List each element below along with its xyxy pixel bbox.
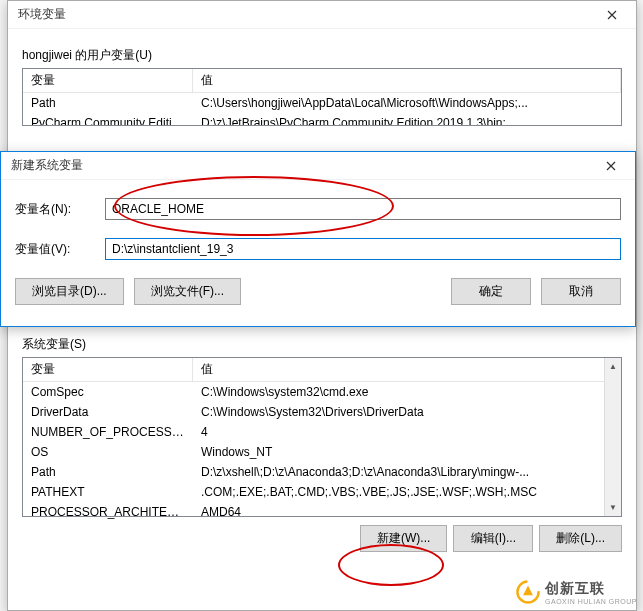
titlebar: 新建系统变量 [1,152,635,180]
scroll-up-icon[interactable]: ▲ [605,358,621,375]
watermark: 创新互联 GAOXIN HULIAN GROUP [515,579,637,605]
scroll-down-icon[interactable]: ▼ [605,499,621,516]
new-button[interactable]: 新建(W)... [360,525,447,552]
ok-button[interactable]: 确定 [451,278,531,305]
table-row[interactable]: ComSpecC:\Windows\system32\cmd.exe [23,382,621,402]
variable-name-row: 变量名(N): [15,198,621,220]
watermark-subtext: GAOXIN HULIAN GROUP [545,598,637,605]
titlebar: 环境变量 [8,1,636,29]
table-header: 变量 值 [23,69,621,93]
cancel-button[interactable]: 取消 [541,278,621,305]
edit-button[interactable]: 编辑(I)... [453,525,533,552]
table-row[interactable]: PROCESSOR_ARCHITECT...AMD64 [23,502,621,522]
col-variable: 变量 [23,69,193,93]
user-vars-label: hongjiwei 的用户变量(U) [22,47,636,64]
delete-button[interactable]: 删除(L)... [539,525,622,552]
sys-vars-table[interactable]: 变量 值 ComSpecC:\Windows\system32\cmd.exeD… [22,357,622,517]
table-row[interactable]: DriverDataC:\Windows\System32\Drivers\Dr… [23,402,621,422]
browse-file-button[interactable]: 浏览文件(F)... [134,278,241,305]
variable-name-label: 变量名(N): [15,201,105,218]
variable-value-input[interactable] [105,238,621,260]
svg-marker-1 [523,586,533,596]
new-system-variable-dialog: 新建系统变量 变量名(N): 变量值(V): 浏览目录(D)... 浏览文件(F… [0,151,636,327]
table-row[interactable]: PathD:\z\xshell\;D:\z\Anaconda3;D:\z\Ana… [23,462,621,482]
close-icon [607,10,617,20]
table-row[interactable]: Path C:\Users\hongjiwei\AppData\Local\Mi… [23,93,621,113]
watermark-logo-icon [515,579,541,605]
user-vars-table[interactable]: 变量 值 Path C:\Users\hongjiwei\AppData\Loc… [22,68,622,126]
table-row[interactable]: OSWindows_NT [23,442,621,462]
table-row[interactable]: PyCharm Community Editi... D:\z\JetBrain… [23,113,621,126]
close-button[interactable] [594,3,630,27]
col-value: 值 [193,69,621,93]
browse-directory-button[interactable]: 浏览目录(D)... [15,278,124,305]
variable-value-row: 变量值(V): [15,238,621,260]
variable-name-input[interactable] [105,198,621,220]
variable-value-label: 变量值(V): [15,241,105,258]
col-value: 值 [193,358,621,382]
sys-vars-label: 系统变量(S) [22,336,636,353]
sys-vars-buttons: 新建(W)... 编辑(I)... 删除(L)... [22,525,622,552]
watermark-text: 创新互联 [545,580,637,598]
window-title: 环境变量 [18,6,66,23]
close-button[interactable] [593,154,629,178]
close-icon [606,161,616,171]
table-row[interactable]: PATHEXT.COM;.EXE;.BAT;.CMD;.VBS;.VBE;.JS… [23,482,621,502]
table-header: 变量 值 [23,358,621,382]
window-title: 新建系统变量 [11,157,83,174]
vertical-scrollbar[interactable]: ▲ ▼ [604,358,621,516]
table-row[interactable]: NUMBER_OF_PROCESSORS4 [23,422,621,442]
col-variable: 变量 [23,358,193,382]
